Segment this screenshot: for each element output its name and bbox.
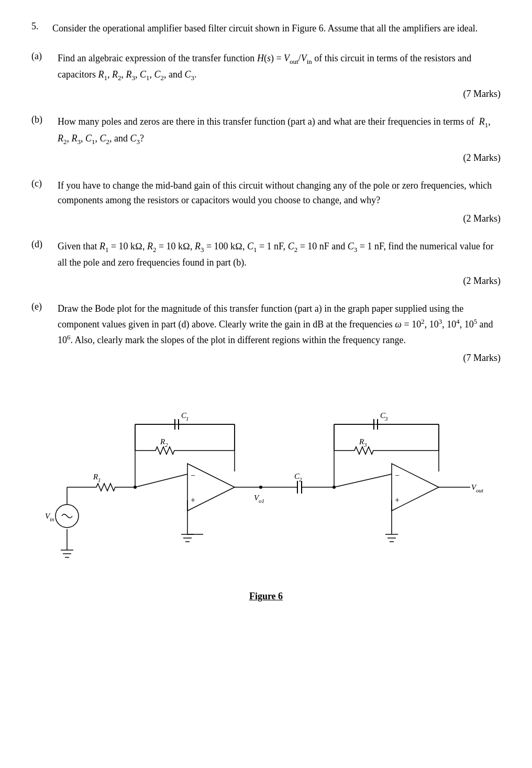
part-d-marks: (2 Marks) — [58, 273, 501, 289]
svg-text:−: − — [395, 471, 400, 480]
part-a-marks: (7 Marks) — [58, 86, 501, 102]
svg-text:3: 3 — [363, 442, 367, 448]
r1-label: R — [93, 473, 98, 481]
svg-text:2: 2 — [165, 442, 168, 448]
part-c: (c) If you have to change the mid-band g… — [31, 178, 501, 227]
r2-label: R — [160, 437, 165, 446]
part-e: (e) Draw the Bode plot for the magnitude… — [31, 301, 501, 367]
svg-text:3: 3 — [384, 415, 388, 422]
part-b-marks: (2 Marks) — [58, 150, 501, 166]
part-a-label: (a) — [31, 51, 58, 103]
part-d-label: (d) — [31, 239, 58, 290]
part-c-marks: (2 Marks) — [58, 211, 501, 226]
svg-text:in: in — [50, 516, 54, 522]
part-b: (b) How many poles and zeros are there i… — [31, 114, 501, 166]
part-d-content: Given that R1 = 10 kΩ, R2 = 10 kΩ, R3 = … — [58, 239, 501, 290]
circuit-diagram-container: V in R 1 C 1 — [31, 382, 501, 582]
svg-line-27 — [135, 474, 187, 487]
question-block: 5. Consider the operational amplifier ba… — [31, 21, 501, 36]
svg-text:+: + — [395, 496, 400, 504]
question-intro: Consider the operational amplifier based… — [52, 21, 501, 36]
figure-label: Figure 6 — [31, 591, 501, 602]
circuit-svg: V in R 1 C 1 — [41, 382, 491, 582]
svg-text:2: 2 — [299, 476, 302, 482]
svg-text:+: + — [191, 496, 195, 504]
svg-text:−: − — [191, 471, 195, 480]
part-e-label: (e) — [31, 301, 58, 367]
question-number: 5. — [31, 21, 52, 36]
svg-text:o1: o1 — [259, 498, 264, 504]
svg-line-58 — [334, 474, 392, 487]
svg-text:out: out — [476, 487, 484, 493]
part-c-content: If you have to change the mid-band gain … — [58, 178, 501, 227]
part-d: (d) Given that R1 = 10 kΩ, R2 = 10 kΩ, R… — [31, 239, 501, 290]
svg-text:1: 1 — [186, 415, 189, 422]
part-b-content: How many poles and zeros are there in th… — [58, 114, 501, 166]
svg-text:1: 1 — [98, 477, 101, 483]
r3-label: R — [359, 437, 364, 446]
part-b-label: (b) — [31, 114, 58, 166]
part-c-label: (c) — [31, 178, 58, 227]
part-e-content: Draw the Bode plot for the magnitude of … — [58, 301, 501, 367]
part-a-content: Find an algebraic expression of the tran… — [58, 51, 501, 103]
part-a: (a) Find an algebraic expression of the … — [31, 51, 501, 103]
part-e-marks: (7 Marks) — [58, 350, 501, 366]
